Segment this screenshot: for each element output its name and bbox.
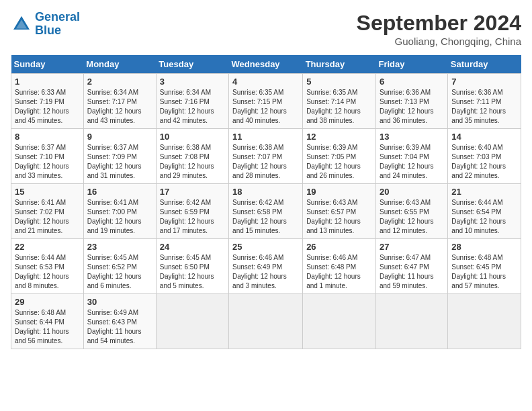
day-number: 24 — [160, 242, 225, 252]
cell-info: Sunrise: 6:34 AMSunset: 7:16 PMDaylight:… — [160, 88, 225, 126]
cell-info: Sunrise: 6:40 AMSunset: 7:03 PMDaylight:… — [451, 143, 517, 181]
cell-info: Sunrise: 6:38 AMSunset: 7:07 PMDaylight:… — [232, 143, 299, 181]
table-row: 25Sunrise: 6:46 AMSunset: 6:49 PMDayligh… — [229, 239, 303, 294]
cell-info: Sunrise: 6:33 AMSunset: 7:19 PMDaylight:… — [15, 88, 80, 126]
col-tuesday: Tuesday — [156, 55, 228, 74]
title-block: September 2024 Guoliang, Chongqing, Chin… — [357, 11, 521, 47]
col-saturday: Saturday — [448, 55, 521, 74]
day-number: 12 — [306, 132, 372, 142]
table-row: 20Sunrise: 6:43 AMSunset: 6:55 PMDayligh… — [375, 184, 447, 239]
cell-info: Sunrise: 6:37 AMSunset: 7:09 PMDaylight:… — [87, 143, 152, 181]
table-row — [229, 294, 303, 349]
table-row: 10Sunrise: 6:38 AMSunset: 7:08 PMDayligh… — [156, 129, 228, 184]
table-row — [156, 294, 228, 349]
cell-info: Sunrise: 6:44 AMSunset: 6:54 PMDaylight:… — [451, 198, 517, 236]
table-row: 27Sunrise: 6:47 AMSunset: 6:47 PMDayligh… — [375, 239, 447, 294]
day-number: 9 — [87, 132, 152, 142]
table-row: 22Sunrise: 6:44 AMSunset: 6:53 PMDayligh… — [11, 239, 84, 294]
cell-info: Sunrise: 6:41 AMSunset: 7:02 PMDaylight:… — [15, 198, 80, 236]
table-row: 24Sunrise: 6:45 AMSunset: 6:50 PMDayligh… — [156, 239, 228, 294]
calendar-table: Sunday Monday Tuesday Wednesday Thursday… — [11, 55, 521, 349]
table-row: 4Sunrise: 6:35 AMSunset: 7:15 PMDaylight… — [229, 74, 303, 129]
cell-info: Sunrise: 6:42 AMSunset: 6:59 PMDaylight:… — [160, 198, 225, 236]
table-row: 28Sunrise: 6:48 AMSunset: 6:45 PMDayligh… — [448, 239, 521, 294]
cell-info: Sunrise: 6:36 AMSunset: 7:13 PMDaylight:… — [380, 88, 444, 126]
day-number: 5 — [306, 77, 372, 87]
day-number: 30 — [87, 297, 152, 307]
day-number: 18 — [232, 187, 299, 197]
table-row: 8Sunrise: 6:37 AMSunset: 7:10 PMDaylight… — [11, 129, 84, 184]
day-number: 8 — [15, 132, 80, 142]
cell-info: Sunrise: 6:46 AMSunset: 6:48 PMDaylight:… — [306, 253, 372, 291]
day-number: 26 — [306, 242, 372, 252]
calendar-week-row: 15Sunrise: 6:41 AMSunset: 7:02 PMDayligh… — [11, 184, 521, 239]
table-row: 30Sunrise: 6:49 AMSunset: 6:43 PMDayligh… — [83, 294, 156, 349]
day-number: 3 — [160, 77, 225, 87]
table-row: 13Sunrise: 6:39 AMSunset: 7:04 PMDayligh… — [375, 129, 447, 184]
cell-info: Sunrise: 6:49 AMSunset: 6:43 PMDaylight:… — [87, 308, 152, 346]
day-number: 6 — [380, 77, 444, 87]
cell-info: Sunrise: 6:46 AMSunset: 6:49 PMDaylight:… — [232, 253, 299, 291]
day-number: 4 — [232, 77, 299, 87]
day-number: 27 — [380, 242, 444, 252]
table-row: 12Sunrise: 6:39 AMSunset: 7:05 PMDayligh… — [303, 129, 376, 184]
cell-info: Sunrise: 6:45 AMSunset: 6:50 PMDaylight:… — [160, 253, 225, 291]
logo-icon — [11, 13, 32, 35]
day-number: 11 — [232, 132, 299, 142]
day-number: 23 — [87, 242, 152, 252]
day-number: 15 — [15, 187, 80, 197]
cell-info: Sunrise: 6:42 AMSunset: 6:58 PMDaylight:… — [232, 198, 299, 236]
page-header: General Blue September 2024 Guoliang, Ch… — [11, 11, 521, 47]
table-row: 2Sunrise: 6:34 AMSunset: 7:17 PMDaylight… — [83, 74, 156, 129]
cell-info: Sunrise: 6:36 AMSunset: 7:11 PMDaylight:… — [451, 88, 517, 126]
day-number: 29 — [15, 297, 80, 307]
day-number: 10 — [160, 132, 225, 142]
cell-info: Sunrise: 6:45 AMSunset: 6:52 PMDaylight:… — [87, 253, 152, 291]
day-number: 25 — [232, 242, 299, 252]
day-number: 19 — [306, 187, 372, 197]
day-number: 17 — [160, 187, 225, 197]
cell-info: Sunrise: 6:48 AMSunset: 6:45 PMDaylight:… — [451, 253, 517, 291]
cell-info: Sunrise: 6:41 AMSunset: 7:00 PMDaylight:… — [87, 198, 152, 236]
calendar-week-row: 22Sunrise: 6:44 AMSunset: 6:53 PMDayligh… — [11, 239, 521, 294]
table-row: 1Sunrise: 6:33 AMSunset: 7:19 PMDaylight… — [11, 74, 84, 129]
table-row: 15Sunrise: 6:41 AMSunset: 7:02 PMDayligh… — [11, 184, 84, 239]
month-title: September 2024 — [357, 11, 521, 36]
cell-info: Sunrise: 6:38 AMSunset: 7:08 PMDaylight:… — [160, 143, 225, 181]
cell-info: Sunrise: 6:43 AMSunset: 6:55 PMDaylight:… — [380, 198, 444, 236]
table-row: 7Sunrise: 6:36 AMSunset: 7:11 PMDaylight… — [448, 74, 521, 129]
day-number: 7 — [451, 77, 517, 87]
calendar-week-row: 8Sunrise: 6:37 AMSunset: 7:10 PMDaylight… — [11, 129, 521, 184]
cell-info: Sunrise: 6:47 AMSunset: 6:47 PMDaylight:… — [380, 253, 444, 291]
day-number: 22 — [15, 242, 80, 252]
cell-info: Sunrise: 6:34 AMSunset: 7:17 PMDaylight:… — [87, 88, 152, 126]
table-row: 14Sunrise: 6:40 AMSunset: 7:03 PMDayligh… — [448, 129, 521, 184]
cell-info: Sunrise: 6:39 AMSunset: 7:05 PMDaylight:… — [306, 143, 372, 181]
table-row — [375, 294, 447, 349]
table-row: 21Sunrise: 6:44 AMSunset: 6:54 PMDayligh… — [448, 184, 521, 239]
col-wednesday: Wednesday — [229, 55, 303, 74]
day-number: 13 — [380, 132, 444, 142]
table-row: 5Sunrise: 6:35 AMSunset: 7:14 PMDaylight… — [303, 74, 376, 129]
table-row — [448, 294, 521, 349]
day-number: 2 — [87, 77, 152, 87]
table-row: 26Sunrise: 6:46 AMSunset: 6:48 PMDayligh… — [303, 239, 376, 294]
calendar-week-row: 29Sunrise: 6:48 AMSunset: 6:44 PMDayligh… — [11, 294, 521, 349]
day-number: 20 — [380, 187, 444, 197]
day-number: 16 — [87, 187, 152, 197]
day-number: 28 — [451, 242, 517, 252]
table-row: 29Sunrise: 6:48 AMSunset: 6:44 PMDayligh… — [11, 294, 84, 349]
logo-text: General Blue — [35, 11, 80, 38]
table-row: 6Sunrise: 6:36 AMSunset: 7:13 PMDaylight… — [375, 74, 447, 129]
cell-info: Sunrise: 6:39 AMSunset: 7:04 PMDaylight:… — [380, 143, 444, 181]
cell-info: Sunrise: 6:43 AMSunset: 6:57 PMDaylight:… — [306, 198, 372, 236]
logo: General Blue — [11, 11, 80, 38]
table-row: 18Sunrise: 6:42 AMSunset: 6:58 PMDayligh… — [229, 184, 303, 239]
table-row: 16Sunrise: 6:41 AMSunset: 7:00 PMDayligh… — [83, 184, 156, 239]
table-row — [303, 294, 376, 349]
table-row: 23Sunrise: 6:45 AMSunset: 6:52 PMDayligh… — [83, 239, 156, 294]
table-row: 9Sunrise: 6:37 AMSunset: 7:09 PMDaylight… — [83, 129, 156, 184]
table-row: 11Sunrise: 6:38 AMSunset: 7:07 PMDayligh… — [229, 129, 303, 184]
location-subtitle: Guoliang, Chongqing, China — [357, 36, 521, 47]
cell-info: Sunrise: 6:37 AMSunset: 7:10 PMDaylight:… — [15, 143, 80, 181]
